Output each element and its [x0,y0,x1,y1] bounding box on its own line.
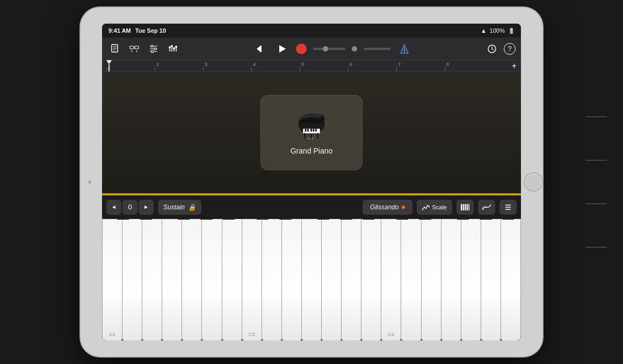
ruler-label-8: 8 [446,62,449,67]
rewind-button[interactable] [253,41,268,56]
black-key-cs4[interactable] [396,219,408,220]
ruler-mark-1: 1 [106,60,155,71]
white-key-c3[interactable]: C3 [242,219,262,340]
white-key-b2[interactable] [222,219,242,340]
svg-rect-35 [310,129,312,132]
ruler-label-6: 6 [350,62,352,67]
white-key-c4[interactable]: C4 [381,219,401,340]
white-key-e4[interactable] [422,219,441,340]
svg-rect-51 [463,204,464,210]
ipad-frame: 9:41 AM Tue Sep 10 ▲ 100% 🔋 [81,8,542,356]
tempo-slider[interactable] [364,48,390,50]
white-key-f4[interactable] [441,219,461,340]
black-key-cs3[interactable] [257,219,269,220]
black-key-ds2[interactable] [140,219,151,220]
play-button[interactable] [274,41,289,56]
controls-bar: 0 Sustain 🔒 Glissando [102,195,521,219]
add-track-button[interactable]: + [512,61,517,71]
arpeggio-button[interactable] [478,200,495,215]
tracks-button[interactable] [127,41,142,56]
wifi-icon: ▲ [481,27,487,34]
black-key-gs3[interactable] [340,219,352,220]
screen: 9:41 AM Tue Sep 10 ▲ 100% 🔋 [102,24,521,340]
svg-point-19 [171,45,173,47]
piano-keyboard: C2 C3 C4 [102,219,521,340]
key-label-c4: C4 [388,332,395,337]
ruler-mark-5: 5 [300,60,348,71]
clock-button[interactable] [484,41,499,56]
black-key-cs2[interactable] [117,219,129,220]
white-key-g3[interactable] [322,219,342,340]
ruler-label-7: 7 [398,62,401,67]
scale-button[interactable]: Scale [417,200,452,215]
volume-slider[interactable] [313,48,345,50]
white-key-f2[interactable] [162,219,182,340]
black-key-gs4[interactable] [480,219,491,220]
white-key-a2[interactable] [202,219,222,340]
svg-point-20 [173,47,175,49]
count-in-button[interactable] [352,46,357,52]
octave-up-button[interactable] [139,200,154,215]
white-key-d4[interactable] [401,219,421,340]
black-key-as4[interactable] [502,219,514,220]
black-key-fs4[interactable] [457,219,469,220]
mixer-button[interactable] [146,41,161,56]
battery-percent: 100% [490,27,505,34]
black-key-as2[interactable] [223,219,235,220]
annotation-lines [585,117,607,247]
toolbar-left [107,41,180,56]
scale-label: Scale [432,204,447,210]
black-key-ds4[interactable] [419,219,431,220]
svg-point-12 [154,48,156,50]
side-dot [88,180,91,184]
white-key-f3[interactable] [302,219,322,340]
sustain-button[interactable]: Sustain 🔒 [158,200,201,215]
status-date: Tue Sep 10 [135,27,166,34]
black-key-gs2[interactable] [200,219,212,220]
black-key-fs2[interactable] [178,219,190,220]
instrument-card[interactable]: Grand Piano [260,95,363,170]
white-key-e3[interactable] [282,219,302,340]
white-key-g4[interactable] [461,219,481,340]
white-key-g2[interactable] [182,219,202,340]
white-key-a4[interactable] [481,219,501,340]
white-key-b3[interactable] [361,219,381,340]
white-key-c2[interactable]: C2 [102,219,122,340]
svg-rect-42 [312,138,314,139]
black-key-fs3[interactable] [317,219,329,220]
svg-point-11 [151,45,153,47]
keyboard-layout-button[interactable] [457,200,474,215]
ruler-label-5: 5 [301,62,304,67]
home-button[interactable] [524,172,543,192]
key-label-c2: C2 [109,332,115,337]
white-key-d2[interactable] [122,219,142,340]
svg-rect-5 [135,46,139,49]
eq-button[interactable] [165,41,180,56]
svg-marker-22 [257,46,260,52]
svg-marker-43 [112,206,115,209]
status-right: ▲ 100% 🔋 [481,27,515,34]
metronome-button[interactable] [397,41,412,56]
white-key-a3[interactable] [342,219,361,340]
svg-rect-4 [130,46,134,49]
help-button[interactable]: ? [504,43,516,55]
white-key-b4[interactable] [501,219,521,340]
white-key-e2[interactable] [142,219,162,340]
svg-rect-34 [307,129,309,132]
ruler-label-4: 4 [253,62,256,67]
svg-rect-36 [313,129,315,132]
glissando-button[interactable]: Glissando [363,200,412,215]
white-key-d3[interactable] [262,219,282,340]
black-key-as3[interactable] [363,219,374,220]
glissando-active-dot [402,206,405,209]
black-key-ds3[interactable] [279,219,291,220]
notes-button[interactable] [499,200,517,215]
svg-rect-50 [461,204,462,210]
svg-rect-23 [260,46,262,52]
annotation-line-1 [585,117,607,117]
annotation-line-3 [585,203,607,204]
octave-down-button[interactable] [106,200,121,215]
new-song-button[interactable] [107,41,122,56]
instrument-name: Grand Piano [291,147,333,155]
record-button[interactable] [296,43,307,54]
